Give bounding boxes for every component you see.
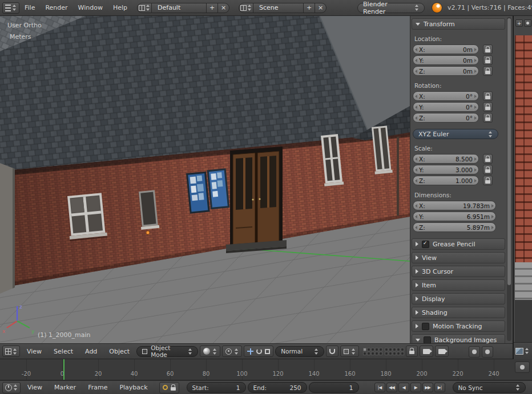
frame-end-field[interactable]: End: 250 [248,382,307,393]
pivot-point-dropdown[interactable] [222,346,242,357]
pushpin-icon[interactable] [524,19,531,27]
menu-add[interactable]: Add [80,348,102,355]
scale-y-field[interactable]: Y:3.000 [413,165,479,174]
menu-frame[interactable]: Frame [83,384,112,391]
screen-layout-browse-button[interactable] [137,3,152,13]
object-origin-dot[interactable] [146,231,150,234]
current-frame-marker[interactable] [63,359,65,380]
location-y-field[interactable]: Y:0m [413,55,479,65]
menu-select[interactable]: Select [49,348,78,355]
prev-keyframe-button[interactable]: ◀◀ [386,383,397,392]
menu-view[interactable]: View [22,384,47,391]
panel-display[interactable]: Display [412,293,505,304]
sync-mode-dropdown[interactable]: No Sync [453,382,526,393]
background-images-checkbox[interactable] [424,336,431,344]
dimensions-z-field[interactable]: Z:5.897m [413,222,496,232]
rotation-z-lock[interactable] [483,113,493,123]
rotation-x-lock[interactable] [483,91,493,101]
location-x-lock[interactable] [483,44,493,54]
play-reverse-button[interactable]: ◀ [398,383,409,392]
jump-to-start-button[interactable]: |◀ [374,383,385,392]
snap-toggle-button[interactable] [326,346,338,357]
panel-transform-header[interactable]: Transform [412,18,505,30]
image-editor-strip[interactable]: + [513,16,532,359]
scale-z-lock[interactable] [483,176,493,185]
menu-help[interactable]: Help [108,4,132,11]
house-door[interactable] [226,147,287,253]
rotation-y-field[interactable]: Y:0° [413,102,479,112]
viewport-3d[interactable]: z x y User Ortho Meters (1) 1_2000_main [0,16,410,343]
grease-pencil-checkbox[interactable] [422,241,429,248]
panel-shading[interactable]: Shading [412,307,505,318]
rotation-x-field[interactable]: X:0° [413,91,479,101]
next-keyframe-button[interactable]: ▶▶ [422,383,433,392]
panel-item[interactable]: Item [412,279,505,291]
editor-type-3dview-button[interactable] [2,346,20,357]
panel-grease-pencil[interactable]: Grease Pencil [412,238,505,250]
location-x-field[interactable]: X:0m [413,44,479,54]
lock-icon[interactable] [171,387,176,391]
panel-3d-cursor[interactable]: 3D Cursor [412,266,505,277]
rotation-y-lock[interactable] [483,102,493,112]
header-icon-button[interactable] [482,346,493,358]
scale-x-field[interactable]: X:8.500 [413,154,479,164]
location-z-lock[interactable] [483,66,493,76]
screen-layout-name[interactable]: Default [152,3,207,13]
snap-element-dropdown[interactable] [340,346,359,357]
editor-type-info-button[interactable] [2,2,19,14]
rotation-z-field[interactable]: Z:0° [413,113,479,123]
rotation-mode-dropdown[interactable]: XYZ Euler [413,129,498,139]
mode-dropdown[interactable]: Object Mode [136,346,198,357]
layer-toggle[interactable] [363,348,366,351]
dimensions-y-field[interactable]: Y:6.951m [413,212,496,221]
jump-to-end-button[interactable]: ▶| [434,383,445,392]
scene-name[interactable]: Scene [253,3,304,13]
lock-to-scene-button[interactable] [406,346,418,357]
menu-marker[interactable]: Marker [49,384,81,391]
manipulator-translate-icon[interactable] [247,348,253,355]
record-auto-key-icon[interactable] [163,385,168,390]
menu-playback[interactable]: Playback [114,384,152,391]
manipulator-rotate-icon[interactable] [256,348,262,354]
current-frame-field[interactable]: 1 [309,382,359,393]
transform-orientation-dropdown[interactable]: Normal [275,346,324,357]
window-left[interactable] [66,193,107,241]
delete-screen-layout-button[interactable]: × [218,3,229,13]
menu-window[interactable]: Window [73,4,108,11]
location-y-lock[interactable] [483,55,493,65]
delete-scene-button[interactable]: × [315,3,327,13]
layers-right-group[interactable] [385,348,404,355]
scale-y-lock[interactable] [483,165,493,174]
manipulator-scale-icon[interactable] [265,349,270,354]
header-icon-button[interactable] [469,346,480,358]
scene-browse-button[interactable] [239,3,253,13]
dimensions-x-field[interactable]: X:19.783m [413,201,496,210]
plus-icon[interactable]: + [515,19,523,27]
timeline-corner-button[interactable] [515,361,530,373]
panel-background-images[interactable]: Background Images [412,334,505,343]
editor-type-timeline-button[interactable] [2,382,21,393]
sidebar-scrollbar[interactable] [507,17,511,341]
frame-start-field[interactable]: Start: 1 [187,382,246,393]
menu-file[interactable]: File [19,4,40,11]
panel-motion-tracking[interactable]: Motion Tracking [412,320,505,332]
opengl-render-anim-button[interactable] [435,346,449,357]
location-z-field[interactable]: Z:0m [413,66,479,76]
layers-left-group[interactable] [363,348,382,355]
timeline-ruler[interactable]: -20 0 20 40 60 80 100 120 140 160 180 20… [0,359,532,380]
brick-texture-image[interactable] [515,35,532,262]
add-screen-layout-button[interactable]: + [207,3,218,13]
menu-view[interactable]: View [22,348,47,355]
add-scene-button[interactable]: + [304,3,315,13]
scrollbar-thumb[interactable] [507,18,511,285]
menu-render[interactable]: Render [40,4,72,11]
motion-tracking-checkbox[interactable] [422,323,429,330]
panel-view[interactable]: View [412,252,505,263]
opengl-render-image-button[interactable] [420,346,433,357]
render-engine-dropdown[interactable]: Blender Render [357,3,425,13]
viewport-shading-dropdown[interactable] [200,346,220,357]
play-button[interactable]: ▶ [410,383,421,392]
scale-x-lock[interactable] [483,154,493,164]
menu-object[interactable]: Object [104,348,135,355]
scale-z-field[interactable]: Z:1.000 [413,176,479,185]
